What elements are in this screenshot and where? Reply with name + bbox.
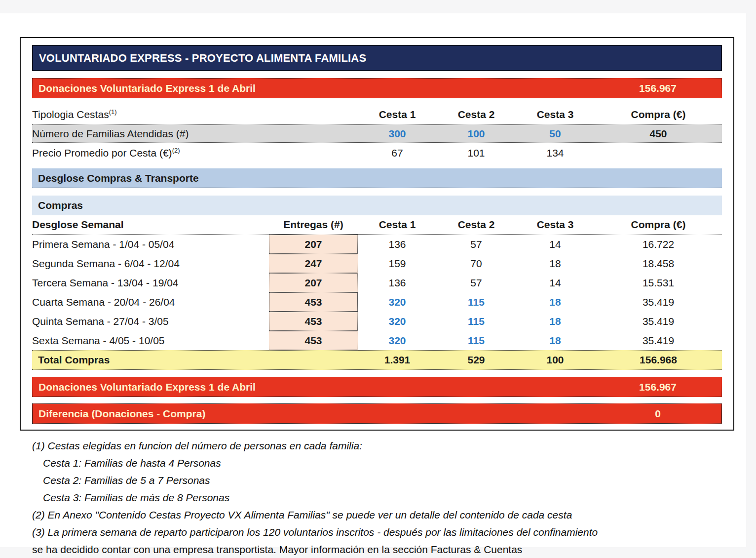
week4-compra: 35.419 [595,296,722,308]
total-compras-row: Total Compras 1.391 529 100 156.968 [32,350,722,370]
total-cesta2: 529 [437,354,516,366]
precio-cesta2-value: 101 [437,147,516,159]
week1-cesta2: 57 [437,239,516,250]
week1-label: Primera Semana - 1/04 - 05/04 [32,239,269,250]
donaciones-bottom-value: 156.967 [594,381,721,393]
week6-label: Sexta Semana - 4/05 - 10/05 [32,335,269,347]
week1-cesta3: 14 [516,239,595,250]
familias-total-value: 450 [595,128,722,140]
table-row-week3: Tercera Semana - 13/04 - 19/04 207 136 5… [32,273,722,292]
week4-cesta3: 18 [516,296,595,308]
tipologia-label: Tipologia Cestas(1) [32,109,358,120]
table-row-week1: Primera Semana - 1/04 - 05/04 207 136 57… [32,235,722,254]
precio-cesta3-value: 134 [516,147,595,159]
week2-compra: 18.458 [595,258,722,270]
week1-cesta1: 136 [358,239,437,250]
weekly-header-entregas: Entregas (#) [269,219,358,231]
footnote-3: (3) La primera semana de reparto partici… [32,523,723,541]
section-desglose-transporte: Desglose Compras & Transporte [32,168,722,188]
week2-entregas: 247 [269,254,358,273]
footnote-3-continued: se ha decidido contar con una empresa tr… [32,541,723,558]
week6-cesta2: 115 [437,335,516,347]
footnote-cesta1: Cesta 1: Familias de hasta 4 Personas [32,454,723,472]
week5-entregas: 453 [269,312,358,331]
weekly-header-compra: Compra (€) [595,219,722,231]
week6-compra: 35.419 [595,335,722,347]
weekly-header-cesta2: Cesta 2 [437,219,516,231]
footnote-ref-2: (2) [172,147,180,154]
section-compras: Compras [32,196,722,215]
week1-compra: 16.722 [595,239,722,250]
familias-label: Número de Familias Atendidas (#) [32,128,358,140]
week5-label: Quinta Semana - 27/04 - 3/05 [32,316,269,327]
week6-cesta3: 18 [516,335,595,347]
week3-cesta3: 14 [516,277,595,289]
familias-row: Número de Familias Atendidas (#) 300 100… [32,124,722,143]
week3-label: Tercera Semana - 13/04 - 19/04 [32,277,269,289]
footnotes: (1) Cestas elegidas en funcion del númer… [32,437,723,558]
week4-cesta2: 115 [437,296,516,308]
weekly-table-header: Desglose Semanal Entregas (#) Cesta 1 Ce… [32,215,722,235]
week6-entregas: 453 [269,331,358,350]
weekly-header-cesta1: Cesta 1 [358,219,437,231]
page-title: VOLUNTARIADO EXPRESS - PROYECTO ALIMENTA… [39,52,366,65]
week4-entregas: 453 [269,292,358,312]
donaciones-bottom-bar: Donaciones Voluntariado Express 1 de Abr… [32,377,722,397]
week2-label: Segunda Semana - 6/04 - 12/04 [32,258,269,270]
footnote-ref-1: (1) [109,108,117,116]
week5-cesta3: 18 [516,316,595,327]
column-header-cesta1: Cesta 1 [358,109,437,120]
week4-label: Cuarta Semana - 20/04 - 26/04 [32,296,269,308]
week3-entregas: 207 [269,273,358,292]
weekly-header-cesta3: Cesta 3 [516,219,595,231]
familias-cesta1-value: 300 [358,128,437,140]
total-cesta3: 100 [516,354,595,366]
diferencia-bar: Diferencia (Donaciones - Compra) 0 [32,403,722,424]
week5-cesta2: 115 [437,316,516,327]
tipologia-header-row: Tipologia Cestas(1) Cesta 1 Cesta 2 Cest… [32,105,722,124]
week5-cesta1: 320 [358,316,437,327]
week2-cesta2: 70 [437,258,516,270]
table-row-week5: Quinta Semana - 27/04 - 3/05 453 320 115… [32,312,722,331]
diferencia-value: 0 [594,408,721,420]
column-header-compra: Compra (€) [595,109,722,120]
table-row-week6: Sexta Semana - 4/05 - 10/05 453 320 115 … [32,331,722,350]
table-row-week2: Segunda Semana - 6/04 - 12/04 247 159 70… [32,254,722,273]
table-row-week4: Cuarta Semana - 20/04 - 26/04 453 320 11… [32,292,722,312]
title-bar: VOLUNTARIADO EXPRESS - PROYECTO ALIMENTA… [32,45,722,71]
weekly-header-label: Desglose Semanal [32,219,269,231]
document-page: VOLUNTARIADO EXPRESS - PROYECTO ALIMENTA… [0,13,746,547]
total-compras-label: Total Compras [32,354,269,366]
donaciones-top-label: Donaciones Voluntariado Express 1 de Abr… [38,82,594,94]
main-table-box: VOLUNTARIADO EXPRESS - PROYECTO ALIMENTA… [20,37,734,431]
donaciones-top-value: 156.967 [594,82,721,94]
week3-cesta1: 136 [358,277,437,289]
column-header-cesta3: Cesta 3 [516,109,595,120]
week5-compra: 35.419 [595,316,722,327]
donaciones-top-bar: Donaciones Voluntariado Express 1 de Abr… [32,78,722,98]
week6-cesta1: 320 [358,335,437,347]
week1-entregas: 207 [269,235,358,254]
week3-compra: 15.531 [595,277,722,289]
precio-label: Precio Promedio por Cesta (€)(2) [32,147,358,159]
diferencia-label: Diferencia (Donaciones - Compra) [38,408,594,420]
donaciones-bottom-label: Donaciones Voluntariado Express 1 de Abr… [38,381,594,393]
familias-cesta2-value: 100 [437,128,516,140]
footnote-1: (1) Cestas elegidas en funcion del númer… [32,437,723,454]
footnote-2: (2) En Anexo "Contenido Cestas Proyecto … [32,506,723,523]
precio-row: Precio Promedio por Cesta (€)(2) 67 101 … [32,143,722,163]
column-header-cesta2: Cesta 2 [437,109,516,120]
precio-cesta1-value: 67 [358,147,437,159]
total-cesta1: 1.391 [358,354,437,366]
week4-cesta1: 320 [358,296,437,308]
footnote-cesta3: Cesta 3: Familias de más de 8 Personas [32,489,723,506]
week2-cesta3: 18 [516,258,595,270]
familias-cesta3-value: 50 [516,128,595,140]
total-compra: 156.968 [595,354,722,366]
footnote-cesta2: Cesta 2: Familias de 5 a 7 Personas [32,472,723,489]
week3-cesta2: 57 [437,277,516,289]
week2-cesta1: 159 [358,258,437,270]
